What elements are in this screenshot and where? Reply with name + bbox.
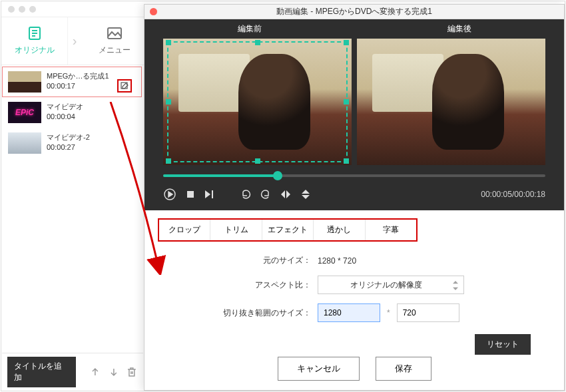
multiply-icon: *	[387, 308, 390, 317]
timeline-knob[interactable]	[273, 171, 282, 180]
svg-rect-8	[187, 191, 194, 198]
svg-rect-10	[212, 190, 213, 198]
traffic-light-close[interactable]	[8, 6, 15, 13]
dialog-buttons: キャンセル 保存	[144, 357, 564, 381]
crop-handle[interactable]	[344, 158, 349, 164]
crop-form: 元のサイズ： 1280 * 720 アスペクト比： オリジナルの解像度 切り抜き…	[158, 242, 551, 334]
svg-marker-7	[168, 192, 172, 197]
picture-icon	[105, 26, 124, 41]
reset-button[interactable]: リセット	[475, 334, 531, 355]
settings-panel: クロップ トリム エフェクト 透かし 字幕 元のサイズ： 1280 * 720 …	[144, 210, 564, 334]
orig-size-value: 1280 * 720	[318, 256, 356, 266]
clip-item[interactable]: マイビデオ-2 00:00:27	[2, 128, 142, 158]
chevron-right-icon: ›	[68, 17, 81, 65]
edit-icon	[121, 82, 129, 90]
thumb-text: EPiC	[15, 108, 34, 117]
timeline-progress	[163, 174, 278, 177]
save-button[interactable]: 保存	[376, 357, 431, 381]
crop-handle[interactable]	[166, 40, 171, 45]
trash-icon[interactable]	[126, 366, 138, 378]
orig-size-label: 元のサイズ：	[204, 255, 318, 266]
playback-controls: 00:00:05/00:00:18	[144, 177, 564, 201]
tab-watermark[interactable]: 透かし	[314, 220, 365, 240]
clip-item[interactable]: EPiC マイビデオ 00:00:04	[2, 97, 142, 128]
clip-thumbnail	[8, 132, 41, 154]
clip-name: マイビデオ-2	[47, 132, 90, 142]
play-button[interactable]	[163, 188, 176, 201]
step-forward-button[interactable]	[204, 190, 215, 199]
clip-duration: 00:00:27	[47, 142, 90, 152]
clip-meta: MPEGか…る完成1 00:00:17	[47, 71, 109, 92]
tab-subtitle[interactable]: 字幕	[366, 220, 416, 240]
flip-vertical-icon[interactable]	[300, 189, 311, 200]
flip-horizontal-icon[interactable]	[280, 189, 291, 200]
preview-after-label: 編集後	[354, 19, 564, 39]
timeline[interactable]	[163, 174, 545, 177]
bottom-bar: タイトルを追加	[2, 353, 143, 390]
traffic-light-max[interactable]	[29, 6, 36, 13]
crop-handle[interactable]	[166, 158, 171, 164]
crop-handle[interactable]	[344, 99, 349, 104]
crop-handle[interactable]	[255, 158, 260, 164]
preview-area: 編集前 編集後	[144, 19, 564, 210]
timecode: 00:00:05/00:00:18	[481, 190, 545, 199]
rotate-right-icon[interactable]	[260, 189, 271, 200]
crop-frame[interactable]	[167, 41, 348, 162]
clip-thumbnail	[8, 71, 41, 93]
tab-original[interactable]: オリジナル	[1, 17, 68, 65]
tab-crop[interactable]: クロップ	[159, 220, 210, 240]
tab-original-label: オリジナル	[15, 45, 55, 56]
svg-marker-9	[205, 190, 210, 198]
document-icon	[25, 26, 44, 41]
clip-thumbnail: EPiC	[8, 102, 41, 123]
preview-before[interactable]	[163, 39, 352, 165]
aspect-label: アスペクト比：	[204, 280, 318, 291]
svg-marker-14	[302, 195, 310, 199]
crop-width-input[interactable]	[318, 303, 380, 322]
tab-trim[interactable]: トリム	[210, 220, 262, 240]
clip-duration: 00:00:17	[47, 81, 109, 91]
clip-duration: 00:00:04	[47, 112, 83, 122]
clip-list: MPEGか…る完成1 00:00:17 EPiC マイビデオ 00:00:04 …	[2, 67, 142, 158]
cancel-button[interactable]: キャンセル	[278, 357, 360, 381]
video-editor-modal: 動画編集 - MPEGからDVDへ変換する完成1 編集前 編集後	[144, 4, 565, 391]
editor-titlebar: 動画編集 - MPEGからDVDへ変換する完成1	[144, 5, 564, 19]
move-down-icon[interactable]	[108, 366, 120, 378]
clip-name: MPEGか…る完成1	[47, 71, 109, 81]
preview-before-label: 編集前	[144, 19, 354, 39]
tab-effect[interactable]: エフェクト	[262, 220, 314, 240]
crop-handle[interactable]	[166, 99, 171, 104]
svg-marker-11	[281, 190, 285, 198]
clip-item[interactable]: MPEGか…る完成1 00:00:17	[2, 67, 142, 97]
function-tabs: クロップ トリム エフェクト 透かし 字幕	[158, 218, 418, 242]
crop-handle[interactable]	[344, 40, 349, 45]
edit-clip-button[interactable]	[117, 79, 132, 93]
editor-title: 動画編集 - MPEGからDVDへ変換する完成1	[144, 6, 564, 17]
stop-button[interactable]	[186, 190, 195, 199]
clip-name: マイビデオ	[47, 102, 83, 112]
crop-handle[interactable]	[255, 40, 260, 45]
aspect-ratio-select[interactable]: オリジナルの解像度	[318, 276, 464, 294]
traffic-light-min[interactable]	[19, 6, 25, 13]
clip-meta: マイビデオ-2 00:00:27	[47, 132, 90, 153]
clip-meta: マイビデオ 00:00:04	[47, 102, 83, 122]
tab-menu-label: メニュー	[99, 45, 131, 56]
add-title-button[interactable]: タイトルを追加	[7, 357, 76, 387]
svg-marker-13	[302, 190, 310, 194]
crop-size-label: 切り抜き範囲のサイズ：	[204, 307, 318, 319]
tab-menu[interactable]: メニュー	[81, 17, 148, 65]
crop-height-input[interactable]	[397, 303, 459, 322]
rotate-left-icon[interactable]	[240, 189, 251, 200]
svg-marker-12	[286, 190, 290, 198]
preview-after	[357, 39, 545, 165]
move-up-icon[interactable]	[89, 366, 101, 378]
